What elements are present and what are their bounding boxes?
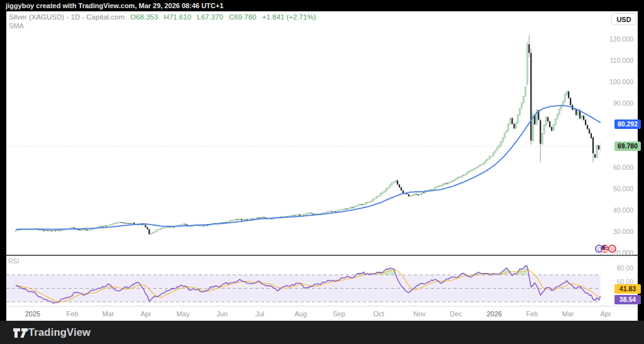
attribution-bar: jiggyboy created with TradingView.com, M…	[0, 0, 644, 11]
time-tick-label: Nov	[406, 310, 433, 318]
time-tick-label: May	[169, 310, 197, 318]
tradingview-brand[interactable]: TradingView	[28, 326, 91, 338]
price-tick-label: 100.000	[609, 78, 633, 86]
tradingview-logo-icon	[13, 328, 30, 338]
ohlc-change: +1.841 (+2.71%)	[262, 13, 316, 21]
ohlc-low: L67.370	[197, 13, 223, 21]
sma-price-badge: 80.292	[614, 119, 641, 129]
price-tick-label: 40.000	[613, 206, 633, 214]
rsi-value-badge: 38.54	[614, 295, 641, 304]
time-tick-label: Feb	[58, 310, 86, 318]
time-tick-label: Apr	[592, 310, 619, 318]
chart-canvas[interactable]	[6, 11, 638, 321]
tradingview-snapshot: jiggyboy created with TradingView.com, M…	[0, 0, 644, 344]
time-tick-label: 2025	[19, 310, 47, 318]
silver-market-icon	[608, 245, 616, 253]
last-price-badge: 69.780	[614, 141, 641, 151]
price-tick-label: 50.000	[613, 185, 633, 192]
sma-legend[interactable]: SMA	[9, 22, 24, 30]
rsi-ma-badge: 41.83	[614, 284, 641, 294]
price-tick-label: 110.000	[610, 57, 633, 64]
ohlc-open: O68.353	[130, 13, 158, 21]
price-tick-label: 90.000	[613, 99, 633, 107]
time-tick-label: Apr	[132, 310, 160, 318]
time-tick-label: Jun	[208, 310, 236, 318]
symbol-logo	[595, 244, 628, 254]
symbol-title: Silver (XAGUSD) - 1D - Capital.com	[9, 13, 125, 21]
symbol-legend[interactable]: Silver (XAGUSD) - 1D - Capital.com O68.3…	[9, 13, 316, 21]
price-tick-label: 120.000	[609, 35, 633, 43]
time-tick-label: Feb	[518, 310, 546, 318]
time-tick-label: Oct	[365, 310, 392, 318]
price-tick-label: 30.000	[613, 228, 633, 235]
price-tick-label: 60.000	[613, 164, 633, 171]
footer-bar: TradingView	[0, 321, 644, 344]
time-tick-label: Jul	[246, 310, 274, 318]
time-tick-label: Dec	[442, 310, 470, 318]
time-tick-label: Sep	[325, 310, 353, 318]
ohlc-high: H71.610	[164, 13, 191, 21]
rsi-tick-label: 80.00	[617, 264, 633, 272]
time-tick-label: Aug	[287, 310, 314, 318]
rsi-legend[interactable]: RSI	[8, 257, 19, 265]
time-tick-label: 2026	[480, 310, 508, 318]
attribution-text: jiggyboy created with TradingView.com, M…	[6, 2, 223, 9]
currency-toggle-button[interactable]: USD	[611, 13, 636, 25]
ohlc-close: C69.780	[229, 13, 256, 21]
time-tick-label: Mar	[554, 310, 582, 318]
time-tick-label: Mar	[94, 310, 122, 318]
chart-frame: Silver (XAGUSD) - 1D - Capital.com O68.3…	[6, 11, 638, 321]
